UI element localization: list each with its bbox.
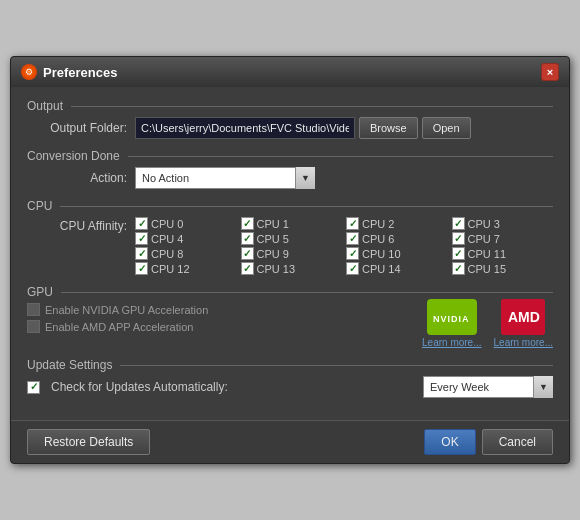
preferences-window: ⚙ Preferences × Output Output Folder: Br… <box>10 56 570 464</box>
nvidia-option: Enable NVIDIA GPU Acceleration <box>27 303 410 316</box>
nvidia-logo: NVIDIA <box>427 299 477 335</box>
update-frequency-wrapper: Every Week Every Day Every Month Never ▼ <box>423 376 553 398</box>
nvidia-learn-more[interactable]: Learn more... <box>422 337 481 348</box>
cpu-7-label: CPU 7 <box>468 233 500 245</box>
cpu-5-label: CPU 5 <box>257 233 289 245</box>
restore-defaults-button[interactable]: Restore Defaults <box>27 429 150 455</box>
output-folder-label: Output Folder: <box>27 121 127 135</box>
cpu-4-label: CPU 4 <box>151 233 183 245</box>
cpu-divider <box>60 206 553 207</box>
cpu-item-11: CPU 11 <box>452 247 554 260</box>
footer-left: Restore Defaults <box>27 429 150 455</box>
cpu-4-checkbox[interactable] <box>135 232 148 245</box>
output-section-title: Output <box>27 99 63 113</box>
cpu-item-5: CPU 5 <box>241 232 343 245</box>
action-row: Action: No Action Open Output Folder Shu… <box>27 167 553 189</box>
close-button[interactable]: × <box>541 63 559 81</box>
gpu-section-header: GPU <box>27 285 553 299</box>
cpu-13-label: CPU 13 <box>257 263 296 275</box>
cpu-14-checkbox[interactable] <box>346 262 359 275</box>
browse-button[interactable]: Browse <box>359 117 418 139</box>
cpu-item-1: CPU 1 <box>241 217 343 230</box>
footer-right: OK Cancel <box>424 429 553 455</box>
update-row: Check for Updates Automatically: Every W… <box>27 376 553 398</box>
action-label: Action: <box>27 171 127 185</box>
cpu-7-checkbox[interactable] <box>452 232 465 245</box>
cpu-item-7: CPU 7 <box>452 232 554 245</box>
title-bar: ⚙ Preferences × <box>11 57 569 87</box>
cpu-10-checkbox[interactable] <box>346 247 359 260</box>
cpu-item-14: CPU 14 <box>346 262 448 275</box>
cpu-13-checkbox[interactable] <box>241 262 254 275</box>
cpu-15-label: CPU 15 <box>468 263 507 275</box>
output-section-header: Output <box>27 99 553 113</box>
cpu-8-checkbox[interactable] <box>135 247 148 260</box>
gpu-section: GPU Enable NVIDIA GPU Acceleration Enabl… <box>27 285 553 348</box>
cpu-8-label: CPU 8 <box>151 248 183 260</box>
gpu-content: Enable NVIDIA GPU Acceleration Enable AM… <box>27 303 553 348</box>
cpu-0-label: CPU 0 <box>151 218 183 230</box>
cpu-15-checkbox[interactable] <box>452 262 465 275</box>
amd-logo-block: AMD Learn more... <box>494 299 553 348</box>
auto-update-checkbox[interactable] <box>27 381 40 394</box>
gpu-section-title: GPU <box>27 285 53 299</box>
auto-update-label: Check for Updates Automatically: <box>51 380 417 394</box>
cpu-9-label: CPU 9 <box>257 248 289 260</box>
cpu-grid: CPU 0 CPU 1 CPU 2 CPU 3 CPU 4 CPU 5 CPU … <box>135 217 553 275</box>
update-section-title: Update Settings <box>27 358 112 372</box>
cpu-0-checkbox[interactable] <box>135 217 148 230</box>
cpu-item-0: CPU 0 <box>135 217 237 230</box>
output-divider <box>71 106 553 107</box>
cpu-11-checkbox[interactable] <box>452 247 465 260</box>
update-section: Update Settings Check for Updates Automa… <box>27 358 553 398</box>
cpu-3-label: CPU 3 <box>468 218 500 230</box>
cpu-10-label: CPU 10 <box>362 248 401 260</box>
cpu-3-checkbox[interactable] <box>452 217 465 230</box>
title-bar-left: ⚙ Preferences <box>21 64 117 80</box>
amd-learn-more[interactable]: Learn more... <box>494 337 553 348</box>
cpu-item-13: CPU 13 <box>241 262 343 275</box>
cpu-section-title: CPU <box>27 199 52 213</box>
cpu-item-15: CPU 15 <box>452 262 554 275</box>
cpu-6-checkbox[interactable] <box>346 232 359 245</box>
cpu-12-label: CPU 12 <box>151 263 190 275</box>
cpu-item-12: CPU 12 <box>135 262 237 275</box>
cpu-5-checkbox[interactable] <box>241 232 254 245</box>
cpu-section-header: CPU <box>27 199 553 213</box>
cancel-button[interactable]: Cancel <box>482 429 553 455</box>
amd-checkbox[interactable] <box>27 320 40 333</box>
cpu-item-2: CPU 2 <box>346 217 448 230</box>
cpu-item-3: CPU 3 <box>452 217 554 230</box>
nvidia-logo-block: NVIDIA Learn more... <box>422 299 481 348</box>
amd-option: Enable AMD APP Acceleration <box>27 320 410 333</box>
cpu-12-checkbox[interactable] <box>135 262 148 275</box>
gpu-divider <box>61 292 553 293</box>
gpu-options: Enable NVIDIA GPU Acceleration Enable AM… <box>27 303 410 337</box>
update-section-header: Update Settings <box>27 358 553 372</box>
update-frequency-select[interactable]: Every Week Every Day Every Month Never <box>423 376 553 398</box>
nvidia-checkbox[interactable] <box>27 303 40 316</box>
cpu-2-checkbox[interactable] <box>346 217 359 230</box>
open-button[interactable]: Open <box>422 117 471 139</box>
cpu-1-checkbox[interactable] <box>241 217 254 230</box>
action-select-wrapper: No Action Open Output Folder Shut Down H… <box>135 167 315 189</box>
nvidia-label: Enable NVIDIA GPU Acceleration <box>45 304 208 316</box>
content-area: Output Output Folder: Browse Open Conver… <box>11 87 569 420</box>
conversion-section-header: Conversion Done <box>27 149 553 163</box>
svg-text:NVIDIA: NVIDIA <box>433 314 470 324</box>
ok-button[interactable]: OK <box>424 429 475 455</box>
cpu-section: CPU CPU Affinity: CPU 0 CPU 1 CPU 2 CPU … <box>27 199 553 275</box>
action-select[interactable]: No Action Open Output Folder Shut Down H… <box>135 167 315 189</box>
cpu-1-label: CPU 1 <box>257 218 289 230</box>
cpu-14-label: CPU 14 <box>362 263 401 275</box>
conversion-section-title: Conversion Done <box>27 149 120 163</box>
app-icon: ⚙ <box>21 64 37 80</box>
output-folder-input[interactable] <box>135 117 355 139</box>
output-folder-row: Output Folder: Browse Open <box>27 117 553 139</box>
cpu-9-checkbox[interactable] <box>241 247 254 260</box>
conversion-section: Conversion Done Action: No Action Open O… <box>27 149 553 189</box>
svg-text:AMD: AMD <box>508 309 540 325</box>
cpu-affinity-row: CPU Affinity: CPU 0 CPU 1 CPU 2 CPU 3 CP… <box>27 217 553 275</box>
cpu-2-label: CPU 2 <box>362 218 394 230</box>
cpu-item-6: CPU 6 <box>346 232 448 245</box>
